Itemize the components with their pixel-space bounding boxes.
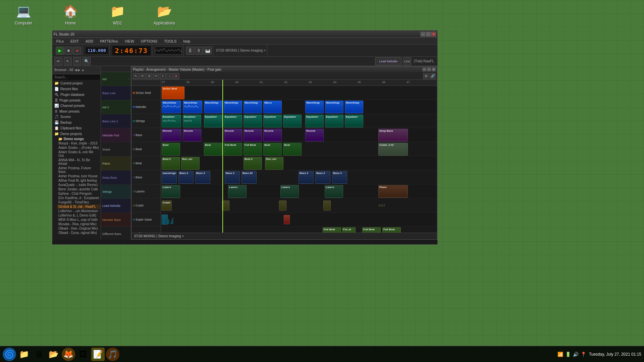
pl-track-bass2[interactable]: Bass [131, 170, 161, 184]
pl-clip-lazers-1[interactable]: Lazers [162, 185, 180, 198]
pl-clip-melodie-4[interactable]: WaveShap [224, 101, 242, 113]
playlist-close[interactable]: ✕ [432, 67, 436, 71]
mid-label-eat[interactable]: eat + [101, 72, 131, 86]
demo-anna[interactable]: ANNA MIA - N..To Be Afraid [57, 158, 101, 166]
demo-olbaid1[interactable]: Olbaid - Dee..Original Mix) [57, 226, 101, 231]
pl-snap[interactable]: 🔗 [430, 73, 436, 79]
demo-adam1[interactable]: Adam Szabo -..(Funky Mix) [57, 145, 101, 150]
zoom-tool[interactable]: 🔍 [83, 57, 91, 65]
pl-clip-strings-2[interactable]: Equalizer [183, 115, 201, 127]
pl-clip-fullbeat-2[interactable]: Ful..at [342, 227, 356, 233]
browser-forward[interactable]: ▶ [78, 68, 80, 72]
browser-back[interactable]: ◀ [74, 68, 77, 72]
menu-file[interactable]: FILe [55, 39, 65, 44]
mid-label-melodie-part[interactable]: Melodie Part [101, 128, 131, 142]
pl-clip-beat-3[interactable]: Full Beat [224, 143, 242, 156]
playlist-minimize[interactable]: ─ [422, 67, 426, 71]
pl-clip-strings-10[interactable]: Equalizer [345, 115, 363, 127]
pl-clip-melodie-9[interactable]: WaveShap [345, 101, 363, 113]
pl-draw[interactable]: ✏ [140, 73, 146, 79]
pl-clip-lazers-3[interactable]: Lazers [280, 185, 299, 198]
pl-clip-strings-7[interactable]: Equalizer [283, 115, 302, 127]
pl-clip-crash-1[interactable]: Crash [162, 200, 172, 210]
pl-clip-strings-9[interactable]: Equalizer [325, 115, 343, 127]
pl-clip-crash-2[interactable] [222, 200, 229, 210]
pl-track-beat2[interactable]: Beat [131, 156, 161, 170]
browser-recent-files[interactable]: 📄 Recent files [52, 86, 101, 92]
pl-clip-melodie-8[interactable]: WaveShap [325, 101, 343, 113]
pl-clip-strings-4[interactable]: Equalizer [224, 115, 242, 127]
pl-clip-beat-crash2[interactable]: Crash_2 #2 [378, 143, 408, 156]
pl-track-fullbeat[interactable]: Full Beat [131, 227, 161, 233]
demo-gimbal[interactable]: Gimbal & Si..rial - RawFL [57, 204, 101, 209]
pl-clip-beat2-ree[interactable]: Ree..vel [181, 157, 200, 170]
demo-atthar[interactable]: Atthar Feat M..ight feeling [57, 178, 101, 183]
browser-plugin-database[interactable]: 🔌 Plugin database [52, 92, 101, 98]
pl-clip-lazers-2[interactable]: Lazers [228, 185, 247, 198]
delete-tool[interactable]: ✂ [73, 57, 81, 65]
pl-track-lazers[interactable]: Lazers [131, 184, 161, 198]
draw-tool[interactable]: ✏ [54, 57, 62, 65]
pl-clip-melodie-6[interactable]: Wav.n [263, 101, 282, 113]
record-button[interactable]: ● [73, 47, 81, 55]
pl-clip-bass-3[interactable]: Reverb [224, 129, 242, 141]
demo-ephixa[interactable]: Ephixa - Club Penguin [57, 191, 101, 196]
pl-track-3xosc[interactable]: 3xOsc Mod [131, 86, 161, 100]
pl-clip-fullbeat-4[interactable]: Full Beat [382, 227, 401, 233]
menu-patterns[interactable]: PATTERns [99, 39, 119, 44]
pl-clip-bass2-7[interactable]: Bass 2 [315, 171, 330, 184]
pl-clip-piano[interactable]: Piano [378, 185, 408, 198]
demo-benn[interactable]: Benn Jordan..assette Cafe [57, 187, 101, 191]
pl-clip-fullbeat-3[interactable]: Full Beat [362, 227, 381, 233]
pl-clip-beat-5[interactable]: Beat [263, 143, 282, 156]
mid-label-strings[interactable]: Strings [101, 185, 131, 199]
pl-track-bass[interactable]: Bass [131, 128, 161, 142]
pl-clip-strings-1[interactable]: Equalizer [162, 115, 181, 127]
pl-clip-bass-6[interactable]: Reverb [305, 129, 324, 141]
bpm-display[interactable]: 110.000 [86, 47, 108, 54]
pl-clip-saws-red[interactable] [284, 215, 290, 224]
pl-track-melodie[interactable]: Melodie [131, 100, 161, 114]
browser-clipboard[interactable]: 📋 Clipboard files [52, 125, 101, 131]
pl-clip-fullbeat-1[interactable]: Full Beat [323, 227, 341, 233]
select-tool[interactable]: ↖ [64, 57, 72, 65]
pl-clip-bass2-6[interactable]: Bass 3 [299, 171, 314, 184]
pl-clip-melodie-2[interactable]: WaveShap [183, 101, 202, 113]
pl-clip-beat-2[interactable]: Beat [204, 143, 222, 156]
taskbar-files[interactable]: 📁 [17, 348, 31, 361]
play-button[interactable]: ▶ [56, 47, 64, 55]
taskbar-notes[interactable]: 📝 [91, 348, 105, 361]
demo-fuego[interactable]: Fuego96 - TimeFiles [57, 200, 101, 204]
demo-musata[interactable]: Musata - Rea..riginal Mix) [57, 222, 101, 226]
browser-current-project[interactable]: 📁 Current project [52, 80, 101, 86]
pl-clip-bass2-2[interactable]: Bass 2 [178, 171, 194, 184]
pl-track-strings[interactable]: Strings [131, 114, 161, 128]
taskbar-fl-studio[interactable]: 🎵 [106, 348, 119, 361]
menu-edit[interactable]: EDIT [69, 39, 80, 44]
pl-clip-melodie-3[interactable]: WaveShap [204, 101, 222, 113]
close-button[interactable]: ✕ [431, 32, 436, 37]
mixer-button[interactable]: 🎚 [195, 47, 203, 55]
browser-plugin-presets[interactable]: 🎛 Plugin presets [52, 98, 101, 103]
pl-zoom-in[interactable]: + [160, 73, 166, 79]
pl-clip-bass2-4[interactable]: Bass 2 [225, 171, 240, 184]
applications-icon[interactable]: 📂 Applications [151, 3, 178, 25]
mid-label-piano[interactable]: Piano [101, 157, 131, 171]
pl-clip-3xosc-1[interactable]: 3xOsc Mod [162, 86, 184, 99]
pl-cut[interactable]: ✂ [153, 73, 159, 79]
pl-clip-melodie-7[interactable]: WaveShap [305, 101, 324, 113]
menu-tools[interactable]: TOOLS [163, 39, 178, 44]
taskbar-terminal[interactable]: 🖥 [32, 348, 46, 361]
computer-icon[interactable]: 💻 Computer [10, 3, 37, 25]
pl-clip-bass-1[interactable]: Reverb [162, 129, 181, 141]
mid-label-monsterbass[interactable]: Monster Bass [101, 213, 131, 227]
browser-search-input[interactable] [53, 75, 100, 80]
browser-mixer-presets[interactable]: 🎚 Mixer presets [52, 109, 101, 114]
pl-clip-beat2-1[interactable]: Beat 2 [162, 157, 180, 170]
pl-clip-bass2-5[interactable]: Bass 22 [241, 171, 257, 184]
pl-track-supersaws[interactable]: Super Saws [131, 213, 161, 227]
line-mode[interactable]: Line [403, 57, 411, 65]
mid-label-bassline2[interactable]: Bass Line 2 [101, 114, 131, 128]
pl-clip-bass2-3[interactable]: Bass 3 [195, 171, 210, 184]
pl-select-all[interactable]: ↖ [133, 73, 139, 79]
